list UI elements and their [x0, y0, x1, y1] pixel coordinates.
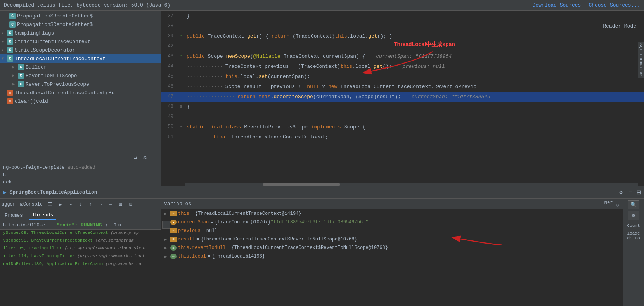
- line-content: ················return this.decorateScop…: [185, 94, 644, 100]
- debug-toolbar: ugger ⊡ Console ☰ ▶ ↷ ↓ ↑ → ≡ ⊞ ⊟: [0, 199, 161, 210]
- horizontal-scrollbar[interactable]: [185, 183, 638, 186]
- tree-item-label: RevertToPreviousScope: [26, 81, 89, 87]
- expand-icon: ▶: [164, 237, 170, 242]
- var-equals: =: [191, 211, 194, 216]
- method-icon: m: [7, 98, 13, 104]
- step-into-btn[interactable]: ↓: [76, 200, 85, 209]
- run-cursor-btn[interactable]: →: [96, 200, 105, 209]
- line-num: 45: [161, 74, 177, 79]
- app-title: SpringBootTemplateApplication: [9, 189, 97, 195]
- minimize-btn-bottom[interactable]: −: [627, 188, 634, 197]
- settings-btn-side[interactable]: ⚙: [628, 211, 639, 220]
- code-line-51: 51 ········final ThreadLocal<TraceContex…: [161, 132, 644, 142]
- fold-icon[interactable]: ⊟: [180, 124, 182, 129]
- var-item-previous[interactable]: ▶ ≡ previous = null: [161, 226, 623, 235]
- var-value: {TraceContext@10767}: [215, 220, 270, 225]
- layout-btn[interactable]: ⊞: [637, 188, 641, 197]
- search-icon-side: 🔍: [630, 202, 637, 208]
- table-btn[interactable]: ⊞: [116, 200, 125, 209]
- count-label: Count: [627, 223, 640, 228]
- filter-icon[interactable]: ⊤: [114, 222, 116, 228]
- tree-item-threadlocal[interactable]: ▼ C ThreadLocalCurrentTraceContext: [0, 54, 161, 63]
- search-btn-side[interactable]: 🔍: [628, 200, 639, 209]
- var-name: this: [178, 211, 189, 216]
- tree-item-clear[interactable]: m clear()void: [0, 97, 161, 105]
- frame-item-4[interactable]: nalDoFilter:189, ApplicationFilterChain …: [0, 261, 161, 268]
- tree-item-revert-previous[interactable]: ▶ C RevertToPreviousScope: [0, 80, 161, 88]
- var-item-this[interactable]: ▶ ≡ this = {ThreadLocalCurrentTraceConte…: [161, 209, 623, 218]
- var-equals: =: [202, 228, 205, 233]
- tab-frames[interactable]: Frames: [2, 212, 26, 219]
- var-name: currentSpan: [178, 220, 209, 225]
- minimize-btn[interactable]: −: [151, 154, 158, 161]
- variables-actions: Mer ⌄: [604, 200, 620, 208]
- download-sources-link[interactable]: Download Sources: [533, 2, 581, 8]
- code-line-38: 38: [161, 21, 644, 31]
- frame-item-0[interactable]: yScope:98, ThreadLocalCurrentTraceContex…: [0, 230, 161, 237]
- breakpoint-icon: ↑: [180, 54, 182, 59]
- tree-item-label: ThreadLocalCurrentTraceContext(Bu: [15, 90, 114, 96]
- down-arrow: ↓: [109, 223, 112, 228]
- thread-item-selected[interactable]: http-nio-9120-e... "main": RUNNING ↑ ↓ ⊤…: [0, 221, 161, 230]
- frame-extra: (brave.prop: [111, 230, 139, 235]
- var-equals: =: [196, 237, 199, 242]
- class-icon: C: [18, 64, 24, 70]
- var-item-local[interactable]: ▶ ∞ this.local = {ThreadLocal@14196}: [161, 252, 623, 261]
- step-out-btn[interactable]: ↑: [86, 200, 95, 209]
- fold-icon[interactable]: ⊟: [180, 14, 182, 18]
- step-over-btn[interactable]: ↷: [66, 200, 74, 209]
- variables-title: Variables: [164, 201, 191, 207]
- settings-btn-bottom[interactable]: ⚙: [618, 188, 624, 197]
- tree-item-propagation-getter[interactable]: C Propagation$RemoteGetter$: [0, 12, 161, 20]
- line-num: 50: [161, 124, 177, 130]
- expand-threads-icon[interactable]: ⊞: [118, 222, 121, 228]
- thread-name: http-nio-9120-e...: [3, 223, 54, 228]
- field-icon: ≡: [170, 211, 177, 216]
- debugger-label: ugger: [2, 202, 16, 207]
- resume-btn[interactable]: ▶: [56, 200, 64, 209]
- settings-btn[interactable]: ⚙: [142, 154, 148, 162]
- up-arrow: ↑: [105, 223, 108, 228]
- hint-47: currentSpan: "f1df7f389549: [412, 94, 490, 100]
- choose-sources-link[interactable]: Choose Sources...: [589, 2, 640, 8]
- dots: ············: [187, 74, 223, 80]
- class-icon: C: [18, 73, 24, 79]
- evaluate-btn[interactable]: ≡: [106, 200, 115, 209]
- thread-state: "main": RUNNING: [57, 222, 102, 228]
- tree-item-strict-scope[interactable]: ▶ C StrictScopeDecorator: [0, 46, 161, 54]
- mem-label: Mer: [604, 200, 613, 208]
- frame-item-3[interactable]: ilter:114, LazyTracingFilter (org.spring…: [0, 253, 161, 261]
- project-section: ng-boot-feign-template auto-added: [0, 163, 161, 172]
- bottom-left-panel: ugger ⊡ Console ☰ ▶ ↷ ↓ ↑ → ≡ ⊞ ⊟ Frames…: [0, 199, 161, 306]
- expand-arrow: ▶: [12, 73, 18, 78]
- class-icon: C: [7, 55, 13, 62]
- tree-item-builder[interactable]: ▶ C Builder: [0, 63, 161, 71]
- auto-added-label: auto-added: [68, 165, 95, 170]
- variables-expand-btn[interactable]: ⌄: [616, 200, 620, 208]
- tree-item-constructor[interactable]: m ThreadLocalCurrentTraceContext(Bu: [0, 88, 161, 97]
- line-gutter: ⊟: [177, 124, 185, 129]
- frame-item-1[interactable]: yScope:51, BraveCurrentTraceContext (org…: [0, 237, 161, 245]
- frame-item-2[interactable]: ilter:85, TracingFilter (org.springframe…: [0, 245, 161, 253]
- tree-item-propagation-setter[interactable]: C Propagation$RemoteSetter$: [0, 20, 161, 29]
- tab-threads[interactable]: Threads: [29, 211, 57, 220]
- tree-item-label: SamplingFlags: [15, 30, 54, 36]
- var-item-currentspan[interactable]: ▶ ● currentSpan = {TraceContext@10767} "…: [161, 218, 623, 226]
- tree-item-revert-null[interactable]: ▶ C RevertToNullScope: [0, 71, 161, 80]
- collapse-all-btn[interactable]: ⇄: [132, 154, 138, 162]
- restore-layout-btn[interactable]: ☰: [46, 200, 54, 209]
- var-item-revertnull[interactable]: ▶ ∞ this.revertToNull = {ThreadLocalCurr…: [161, 244, 623, 252]
- var-equals: =: [227, 245, 230, 251]
- frame-class: nalDoFilter:189, ApplicationFilterChain: [3, 261, 106, 266]
- gear-icon-side: ⚙: [632, 213, 635, 219]
- tree-item-label: StrictScopeDecorator: [15, 47, 75, 53]
- console-label: Console: [23, 202, 43, 207]
- dots: ················: [187, 94, 235, 100]
- more-btn[interactable]: ⊟: [126, 200, 135, 209]
- line-content: ············TraceContext previous = (Tra…: [185, 64, 644, 69]
- var-item-result[interactable]: ▶ ≡ result = {ThreadLocalCurrentTraceCon…: [161, 235, 623, 244]
- fold-icon[interactable]: ⊟: [180, 104, 182, 109]
- tree-item-strict-current[interactable]: ▶ C StrictCurrentTraceContext: [0, 37, 161, 46]
- console-btn[interactable]: ⊡ Console: [19, 200, 44, 209]
- tree-item-sampling-flags[interactable]: ▶ C SamplingFlags: [0, 29, 161, 37]
